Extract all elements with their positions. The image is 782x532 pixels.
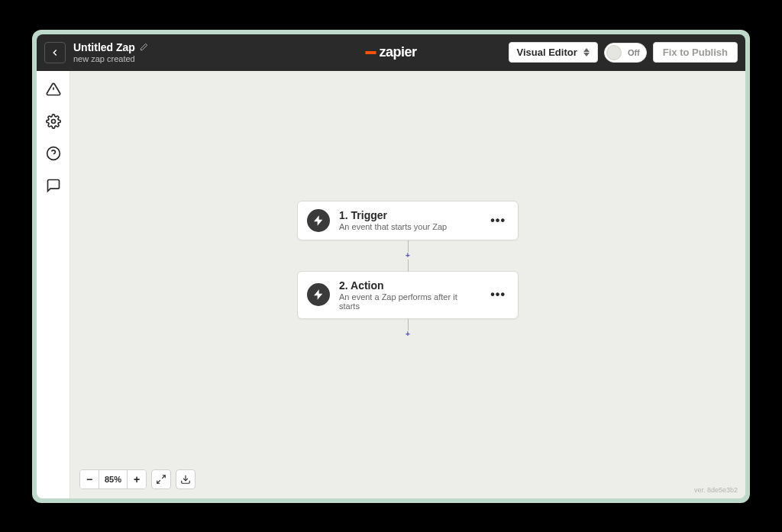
chevron-sort-icon <box>583 48 590 56</box>
enable-toggle[interactable]: Off <box>604 43 647 63</box>
sidebar-comments-button[interactable] <box>43 175 64 196</box>
back-button[interactable] <box>44 42 66 63</box>
step-trigger-card[interactable]: 1. Trigger An event that starts your Zap… <box>297 201 519 240</box>
step-desc: An event that starts your Zap <box>339 222 478 231</box>
alert-triangle-icon <box>46 82 61 97</box>
zoom-controls: − 85% + <box>79 469 196 489</box>
add-step-button[interactable]: + <box>404 252 412 260</box>
sidebar-alerts-button[interactable] <box>43 79 64 100</box>
title-block: Untitled Zap new zap created <box>73 40 148 64</box>
logo-text: zapier <box>379 44 416 60</box>
fit-view-button[interactable] <box>151 469 171 489</box>
help-circle-icon <box>46 146 61 161</box>
sidebar-settings-button[interactable] <box>43 111 64 132</box>
app-frame: Untitled Zap new zap created zapier Visu… <box>37 34 745 498</box>
body: 1. Trigger An event that starts your Zap… <box>37 71 745 498</box>
app-window: Untitled Zap new zap created zapier Visu… <box>32 30 750 503</box>
sidebar <box>37 71 70 498</box>
publish-label: Fix to Publish <box>663 47 728 58</box>
gear-icon <box>46 114 61 129</box>
add-step-button[interactable]: + <box>404 330 412 338</box>
flow-container: 1. Trigger An event that starts your Zap… <box>297 201 519 338</box>
sidebar-help-button[interactable] <box>43 143 64 164</box>
arrow-left-icon <box>50 47 60 58</box>
zoom-in-button[interactable]: + <box>128 470 146 488</box>
step-action-card[interactable]: 2. Action An event a Zap performs after … <box>297 271 519 319</box>
bolt-icon <box>307 209 330 232</box>
logo: zapier <box>365 44 416 60</box>
step-title: 1. Trigger <box>339 209 478 221</box>
logo-bar-icon <box>365 51 376 54</box>
step-title: 2. Action <box>339 279 478 292</box>
header-bar: Untitled Zap new zap created zapier Visu… <box>37 34 745 71</box>
connector-end: + <box>404 319 412 338</box>
step-menu-button[interactable]: ••• <box>487 214 509 227</box>
visual-editor-label: Visual Editor <box>517 47 577 58</box>
svg-line-7 <box>162 475 165 478</box>
zap-title[interactable]: Untitled Zap <box>73 41 135 53</box>
svg-line-8 <box>157 480 160 483</box>
connector: + <box>404 240 412 271</box>
version-label: ver. 8de5e3b2 <box>694 486 738 494</box>
step-menu-button[interactable]: ••• <box>487 288 509 301</box>
svg-point-4 <box>51 119 55 123</box>
zap-subtitle: new zap created <box>73 54 148 64</box>
svg-marker-0 <box>583 48 590 52</box>
step-desc: An event a Zap performs after it starts <box>339 292 478 311</box>
canvas[interactable]: 1. Trigger An event that starts your Zap… <box>70 71 745 498</box>
zoom-out-button[interactable]: − <box>80 470 99 488</box>
bolt-icon <box>307 283 330 306</box>
download-icon <box>180 474 191 485</box>
svg-marker-1 <box>583 53 590 56</box>
expand-icon <box>156 474 166 485</box>
zoom-level: 85% <box>99 470 128 488</box>
visual-editor-button[interactable]: Visual Editor <box>509 42 598 63</box>
comment-icon <box>46 178 61 193</box>
toggle-label: Off <box>628 48 640 57</box>
toggle-knob <box>606 45 622 60</box>
publish-button[interactable]: Fix to Publish <box>653 42 738 63</box>
export-button[interactable] <box>176 469 196 489</box>
pencil-icon[interactable] <box>140 40 148 54</box>
